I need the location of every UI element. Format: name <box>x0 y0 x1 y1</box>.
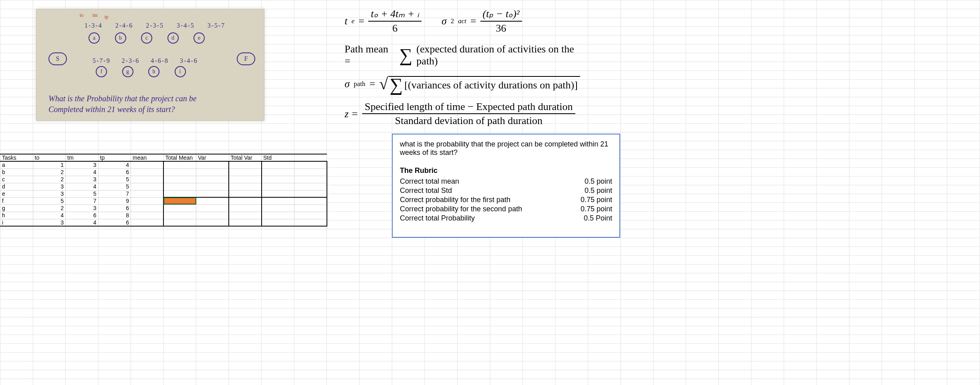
cell-box[interactable] <box>229 183 262 190</box>
cell-tp[interactable]: 4 <box>98 161 131 168</box>
cell-tp[interactable]: 5 <box>98 176 131 183</box>
col-tm[interactable]: tm <box>66 154 99 161</box>
cell-box[interactable] <box>294 161 327 168</box>
col-std[interactable]: Std <box>262 154 294 161</box>
cell-box[interactable] <box>294 190 327 197</box>
col-total-var[interactable]: Total Var <box>229 154 262 161</box>
cell-box[interactable] <box>196 161 229 168</box>
cell-tp[interactable]: 6 <box>98 168 131 176</box>
cell-box[interactable] <box>163 168 196 176</box>
cell-tp[interactable]: 6 <box>98 205 131 212</box>
cell-tp[interactable]: 7 <box>98 190 131 197</box>
cell-box[interactable] <box>229 205 262 212</box>
cell-box[interactable] <box>163 219 196 226</box>
cell-task[interactable]: e <box>0 190 33 197</box>
cell-to[interactable]: 2 <box>33 205 66 212</box>
col-tp[interactable]: tp <box>98 154 131 161</box>
col-var[interactable]: Var <box>196 154 229 161</box>
cell-task[interactable]: h <box>0 212 33 219</box>
cell-to[interactable]: 3 <box>33 190 66 197</box>
cell-tm[interactable]: 4 <box>66 219 99 226</box>
cell-to[interactable]: 3 <box>33 219 66 226</box>
cell-task[interactable]: c <box>0 176 33 183</box>
cell-to[interactable]: 3 <box>33 183 66 190</box>
cell-task[interactable]: d <box>0 183 33 190</box>
cell-tm[interactable]: 3 <box>66 161 99 168</box>
cell-tp[interactable]: 5 <box>98 183 131 190</box>
cell-mean[interactable] <box>131 161 164 168</box>
cell-mean[interactable] <box>131 176 164 183</box>
cell-tm[interactable]: 3 <box>66 176 99 183</box>
cell-mean[interactable] <box>131 183 164 190</box>
cell-task[interactable]: f <box>0 197 33 205</box>
cell-box[interactable] <box>163 197 196 205</box>
cell-box[interactable] <box>163 183 196 190</box>
cell-box[interactable] <box>229 190 262 197</box>
cell-box[interactable] <box>196 212 229 219</box>
cell-task[interactable]: b <box>0 168 33 176</box>
cell-tm[interactable]: 4 <box>66 183 99 190</box>
cell-task[interactable]: a <box>0 161 33 168</box>
col-tasks[interactable]: Tasks <box>0 154 33 161</box>
cell-box[interactable] <box>262 161 294 168</box>
cell-box[interactable] <box>294 197 327 205</box>
cell-box[interactable] <box>163 161 196 168</box>
cell-box[interactable] <box>294 168 327 176</box>
cell-box[interactable] <box>196 183 229 190</box>
cell-mean[interactable] <box>131 212 164 219</box>
cell-box[interactable] <box>262 183 294 190</box>
cell-tm[interactable]: 4 <box>66 168 99 176</box>
cell-box[interactable] <box>262 219 294 226</box>
cell-box[interactable] <box>262 168 294 176</box>
cell-tm[interactable]: 5 <box>66 190 99 197</box>
cell-box[interactable] <box>196 219 229 226</box>
cell-box[interactable] <box>196 197 229 205</box>
cell-box[interactable] <box>262 197 294 205</box>
cell-box[interactable] <box>262 212 294 219</box>
cell-to[interactable]: 2 <box>33 176 66 183</box>
cell-box[interactable] <box>163 176 196 183</box>
col-to[interactable]: to <box>33 154 66 161</box>
cell-box[interactable] <box>196 190 229 197</box>
cell-to[interactable]: 5 <box>33 197 66 205</box>
cell-box[interactable] <box>229 212 262 219</box>
cell-box[interactable] <box>229 161 262 168</box>
cell-box[interactable] <box>196 176 229 183</box>
cell-tm[interactable]: 6 <box>66 212 99 219</box>
cell-task[interactable]: i <box>0 219 33 226</box>
cell-box[interactable] <box>294 219 327 226</box>
cell-box[interactable] <box>229 197 262 205</box>
cell-to[interactable]: 4 <box>33 212 66 219</box>
cell-box[interactable] <box>294 176 327 183</box>
cell-tp[interactable]: 9 <box>98 197 131 205</box>
cell-box[interactable] <box>262 190 294 197</box>
cell-box[interactable] <box>229 219 262 226</box>
cell-box[interactable] <box>294 183 327 190</box>
cell-box[interactable] <box>196 205 229 212</box>
cell-box[interactable] <box>196 168 229 176</box>
cell-mean[interactable] <box>131 197 164 205</box>
cell-mean[interactable] <box>131 219 164 226</box>
cell-box[interactable] <box>294 205 327 212</box>
cell-tp[interactable]: 8 <box>98 212 131 219</box>
cell-box[interactable] <box>163 190 196 197</box>
col-total-mean[interactable]: Total Mean <box>163 154 196 161</box>
cell-task[interactable]: g <box>0 205 33 212</box>
cell-box[interactable] <box>163 205 196 212</box>
cell-to[interactable]: 1 <box>33 161 66 168</box>
cell-tm[interactable]: 3 <box>66 205 99 212</box>
cell-box[interactable] <box>262 176 294 183</box>
cell-box[interactable] <box>229 176 262 183</box>
cell-box[interactable] <box>294 212 327 219</box>
cell-mean[interactable] <box>131 190 164 197</box>
tasks-table[interactable]: Tasks to tm tp mean Total Mean Var Total… <box>0 154 327 227</box>
col-blank[interactable] <box>294 154 327 161</box>
col-mean[interactable]: mean <box>131 154 164 161</box>
cell-mean[interactable] <box>131 168 164 176</box>
cell-box[interactable] <box>262 205 294 212</box>
cell-box[interactable] <box>163 212 196 219</box>
cell-box[interactable] <box>229 168 262 176</box>
cell-to[interactable]: 2 <box>33 168 66 176</box>
cell-tm[interactable]: 7 <box>66 197 99 205</box>
cell-mean[interactable] <box>131 205 164 212</box>
